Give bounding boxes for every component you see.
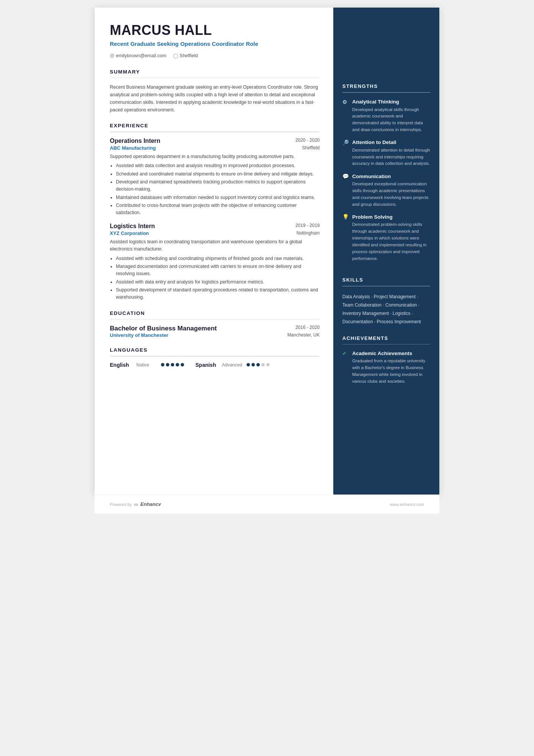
summary-divider (110, 78, 320, 78)
strength-1-desc: Developed analytical skills through acad… (342, 106, 430, 133)
job-2-company: XYZ Corporation (110, 230, 149, 236)
email-icon: @ (110, 53, 114, 58)
job-1-bullet-1: Assisted with data collection and analys… (116, 162, 320, 169)
lang-english-dots (161, 363, 184, 366)
problem-solving-icon: 💡 (342, 214, 349, 220)
job-1-title: Operations Intern (110, 138, 160, 144)
lang-spanish-dots (247, 363, 270, 366)
job-1-bullet-2: Scheduled and coordinated material shipm… (116, 171, 320, 178)
job-2-bullets: Assisted with scheduling and coordinatin… (110, 255, 320, 301)
dot-s-5 (266, 363, 270, 366)
strength-2: 🔎 Attention to Detail Demonstrated atten… (342, 139, 430, 167)
dot-s-4 (261, 363, 265, 366)
lang-english-level: Native (136, 362, 157, 368)
skills-section: SKILLS Data Analysis · Project Managemen… (342, 277, 430, 326)
skills-tags: Data Analysis · Project Management · Tea… (342, 293, 430, 326)
job-1-bullet-3: Developed and maintained spreadsheets tr… (116, 178, 320, 193)
job-2-bullet-3: Assisted with data entry and analysis fo… (116, 279, 320, 286)
achievement-1-header: ✔ Academic Achievements (342, 351, 430, 356)
job-1-date: 2020 - 2020 (295, 138, 320, 143)
achievements-divider (342, 344, 430, 345)
edu-header: Bachelor of Business Management 2016 - 2… (110, 325, 320, 332)
strength-2-title: Attention to Detail (352, 139, 396, 145)
job-1-header: Operations Intern 2020 - 2020 (110, 138, 320, 144)
achievements-title: ACHIEVEMENTS (342, 335, 430, 341)
dot-e-2 (166, 363, 169, 366)
location-text: Sheffield (180, 53, 198, 58)
strengths-title: STRENGTHS (342, 83, 430, 89)
dot-e-1 (161, 363, 164, 366)
strength-1-header: ⚙ Analytical Thinking (342, 99, 430, 105)
edu-date: 2016 - 2020 (295, 325, 320, 330)
skills-divider (342, 286, 430, 286)
enhancv-brand: Enhancv (141, 501, 161, 507)
job-2-bullet-2: Managed documentation and communicated w… (116, 263, 320, 278)
resume-page: MARCUS HALL Recent Graduate Seeking Oper… (95, 8, 439, 513)
contact-row: @ emilybrown@email.com ◯ Sheffield (110, 53, 320, 58)
edu-location: Manchester, UK (287, 332, 320, 338)
footer-left: Powered by ∞ Enhancv (110, 501, 161, 507)
experience-section-title: EXPERIENCE (110, 123, 320, 128)
achievement-1: ✔ Academic Achievements Graduated from a… (342, 351, 430, 385)
job-2-bullet-4: Supported development of standard operat… (116, 286, 320, 301)
lang-spanish-name: Spanish (195, 362, 218, 368)
right-column: STRENGTHS ⚙ Analytical Thinking Develope… (333, 8, 439, 495)
analytical-icon: ⚙ (342, 99, 349, 105)
job-1-company: ABC Manufacturing (110, 145, 156, 151)
strength-3-desc: Developed exceptional communication skil… (342, 181, 430, 208)
dot-e-4 (176, 363, 179, 366)
job-2: Logistics Intern 2019 - 2019 XYZ Corpora… (110, 223, 320, 301)
job-1-bullet-5: Contributed to cross-functional team pro… (116, 202, 320, 217)
dot-s-3 (256, 363, 260, 366)
strengths-divider (342, 92, 430, 93)
footer: Powered by ∞ Enhancv www.enhancv.com (95, 495, 439, 513)
edu-school: University of Manchester (110, 332, 169, 338)
strength-2-desc: Demonstrated attention to detail through… (342, 147, 430, 167)
strength-2-header: 🔎 Attention to Detail (342, 139, 430, 146)
strength-3: 💬 Communication Developed exceptional co… (342, 173, 430, 208)
location-item: ◯ Sheffield (173, 53, 198, 58)
candidate-name: MARCUS HALL (110, 23, 320, 38)
lang-spanish-level: Advanced (222, 362, 243, 368)
strength-4-header: 💡 Problem Solving (342, 214, 430, 220)
languages-row: English Native Spanish Advanced (110, 362, 320, 368)
skills-title: SKILLS (342, 277, 430, 283)
strength-3-header: 💬 Communication (342, 173, 430, 179)
footer-website: www.enhancv.com (390, 502, 424, 507)
job-2-company-row: XYZ Corporation Nottingham (110, 230, 320, 236)
job-2-date: 2019 - 2019 (295, 223, 320, 228)
dot-e-3 (171, 363, 174, 366)
languages-section-title: LANGUAGES (110, 347, 320, 353)
job-2-desc: Assisted logistics team in coordinating … (110, 238, 320, 253)
lang-english-name: English (110, 362, 133, 368)
job-2-bullet-1: Assisted with scheduling and coordinatin… (116, 255, 320, 262)
attention-icon: 🔎 (342, 139, 349, 146)
candidate-title: Recent Graduate Seeking Operations Coord… (110, 40, 320, 48)
education-divider (110, 319, 320, 320)
job-1-bullets: Assisted with data collection and analys… (110, 162, 320, 217)
strength-4-desc: Demonstrated problem-solving skills thro… (342, 221, 430, 262)
strength-4: 💡 Problem Solving Demonstrated problem-s… (342, 214, 430, 262)
achievement-checkmark-icon: ✔ (342, 351, 349, 356)
left-column: MARCUS HALL Recent Graduate Seeking Oper… (95, 8, 333, 495)
job-1: Operations Intern 2020 - 2020 ABC Manufa… (110, 138, 320, 217)
email-text: emilybrown@email.com (116, 53, 166, 58)
communication-icon: 💬 (342, 173, 349, 179)
education-section-title: EDUCATION (110, 310, 320, 316)
location-icon: ◯ (173, 53, 178, 58)
powered-by-text: Powered by (110, 502, 132, 507)
strength-1-title: Analytical Thinking (352, 99, 399, 105)
edu-row: University of Manchester Manchester, UK (110, 332, 320, 338)
edu-degree: Bachelor of Business Management (110, 325, 217, 332)
lang-english: English Native (110, 362, 184, 368)
summary-text: Recent Business Management graduate seek… (110, 83, 320, 114)
job-2-location: Nottingham (297, 230, 320, 236)
strengths-section: STRENGTHS ⚙ Analytical Thinking Develope… (342, 83, 430, 268)
job-2-title: Logistics Intern (110, 223, 155, 230)
achievements-section: ACHIEVEMENTS ✔ Academic Achievements Gra… (342, 335, 430, 390)
achievement-1-title: Academic Achievements (352, 351, 412, 356)
job-1-company-row: ABC Manufacturing Sheffield (110, 145, 320, 151)
dot-e-5 (181, 363, 184, 366)
email-item: @ emilybrown@email.com (110, 53, 166, 58)
resume-container: MARCUS HALL Recent Graduate Seeking Oper… (95, 8, 439, 495)
